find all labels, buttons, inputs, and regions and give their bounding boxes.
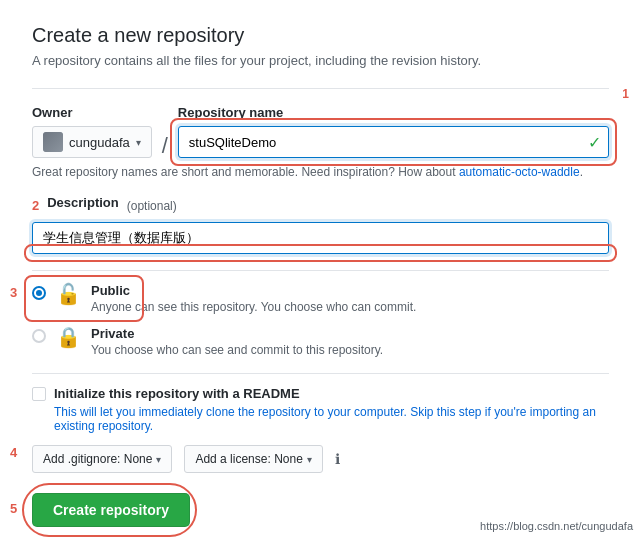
slash-separator: / (160, 133, 170, 159)
annotation-5: 5 (10, 501, 17, 516)
gitignore-select[interactable]: Add .gitignore: None ▾ (32, 445, 172, 473)
annotation-1: 1 (622, 87, 629, 101)
annotation-4: 4 (10, 445, 17, 460)
readme-label: Initialize this repository with a README (54, 386, 300, 401)
private-label: Private (91, 326, 609, 341)
owner-label: Owner (32, 105, 152, 120)
owner-avatar (43, 132, 63, 152)
license-label: Add a license: None (195, 452, 302, 466)
readme-checkbox[interactable] (32, 387, 46, 401)
chevron-down-icon: ▾ (136, 137, 141, 148)
private-desc: You choose who can see and commit to thi… (91, 343, 609, 357)
description-label: Description (47, 195, 119, 210)
gitignore-label: Add .gitignore: None (43, 452, 152, 466)
repo-name-input[interactable] (178, 126, 609, 158)
public-radio[interactable] (32, 286, 46, 300)
repo-name-label: Repository name (178, 105, 283, 120)
license-chevron-icon: ▾ (307, 454, 312, 465)
public-label: Public (91, 283, 609, 298)
check-icon: ✓ (588, 133, 601, 152)
annotation-2: 2 (32, 198, 39, 213)
watermark: https://blog.csdn.net/cungudafa (480, 520, 633, 532)
public-desc: Anyone can see this repository. You choo… (91, 300, 609, 314)
private-icon: 🔒 (56, 325, 81, 349)
page-title: Create a new repository (32, 24, 609, 47)
page-subtitle: A repository contains all the files for … (32, 53, 609, 68)
gitignore-chevron-icon: ▾ (156, 454, 161, 465)
repo-name-hint: Great repository names are short and mem… (32, 165, 609, 179)
suggested-name-link[interactable]: automatic-octo-waddle (459, 165, 580, 179)
description-input[interactable] (32, 222, 609, 254)
annotation-3: 3 (10, 285, 17, 300)
owner-name: cungudafa (69, 135, 130, 150)
readme-hint: This will let you immediately clone the … (54, 405, 609, 433)
private-radio[interactable] (32, 329, 46, 343)
license-select[interactable]: Add a license: None ▾ (184, 445, 322, 473)
owner-select[interactable]: cungudafa ▾ (32, 126, 152, 158)
description-optional: (optional) (127, 199, 177, 213)
info-icon: ℹ (335, 451, 340, 467)
public-icon: 🔓 (56, 282, 81, 306)
create-repository-button[interactable]: Create repository (32, 493, 190, 527)
